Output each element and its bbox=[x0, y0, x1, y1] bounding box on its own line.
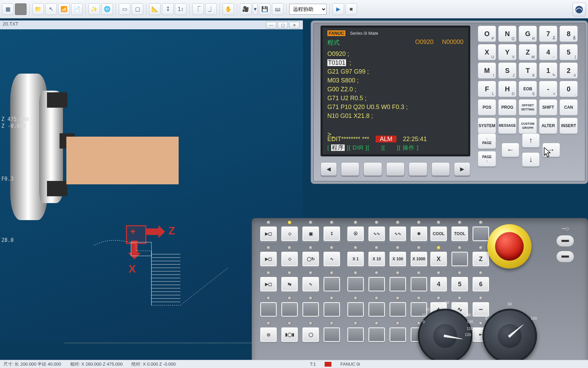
softkey-1[interactable] bbox=[341, 162, 359, 176]
page-down-button[interactable]: PAGE↓ bbox=[478, 151, 496, 167]
num-5-button[interactable]: 5 bbox=[451, 277, 468, 292]
key-Z[interactable]: ZW bbox=[519, 44, 537, 60]
feed-override-dial[interactable] bbox=[418, 309, 472, 363]
key-F[interactable]: FL bbox=[478, 81, 496, 97]
key-INSERT[interactable]: INSERT bbox=[559, 118, 578, 134]
key-SYSTEM[interactable]: SYSTEM bbox=[478, 118, 496, 134]
cursor-up-button[interactable]: ↑ bbox=[522, 133, 540, 148]
softkey-3[interactable] bbox=[386, 162, 405, 176]
axis-blank[interactable] bbox=[451, 251, 468, 266]
tool-fill-icon[interactable] bbox=[15, 3, 27, 15]
softkey-5[interactable] bbox=[431, 162, 450, 176]
feed-spare-j[interactable] bbox=[368, 327, 385, 342]
tool-hand-icon[interactable]: ✋ bbox=[223, 3, 234, 15]
num-6-button[interactable]: 6 bbox=[472, 277, 489, 292]
tool-tap-icon[interactable]: ↧ bbox=[162, 3, 174, 15]
key-S[interactable]: SJ bbox=[498, 62, 517, 79]
mode-spare-a[interactable] bbox=[260, 302, 277, 317]
key-Y[interactable]: YV bbox=[498, 44, 517, 60]
tool-save2-icon[interactable]: 🖴 bbox=[272, 3, 283, 15]
play-button[interactable]: ▶ bbox=[332, 3, 344, 15]
mode-spare-b[interactable] bbox=[281, 302, 298, 317]
key-0[interactable]: 0. bbox=[559, 81, 578, 97]
tool-button[interactable]: TOOL bbox=[451, 226, 468, 241]
mode-spare-c[interactable] bbox=[302, 302, 319, 317]
softkey-2[interactable] bbox=[363, 162, 382, 176]
key-G[interactable]: GR bbox=[519, 26, 537, 42]
axis-x-button[interactable]: X bbox=[430, 251, 447, 266]
tool-star-icon[interactable]: ✨ bbox=[88, 3, 100, 15]
mode-mdi-button[interactable]: ▣ bbox=[302, 226, 319, 241]
window-maximize-button[interactable]: ▢ bbox=[278, 22, 288, 29]
key-2[interactable]: 2# bbox=[559, 62, 578, 79]
key-7[interactable]: 7A̅ bbox=[539, 26, 557, 42]
feed-x10-button[interactable]: X 10 bbox=[368, 251, 385, 266]
mode-ref-button[interactable]: ▶▢ bbox=[260, 251, 277, 266]
cycle-start-button[interactable]: ◎ bbox=[260, 327, 277, 342]
mode-handle-button[interactable]: ◇ bbox=[281, 251, 298, 266]
spindle-wave2-button[interactable]: ∿∿ bbox=[389, 226, 406, 241]
key-8[interactable]: 8B̊ bbox=[559, 26, 578, 42]
app-logo-icon[interactable] bbox=[572, 3, 586, 16]
num-4-button[interactable]: 4 bbox=[430, 277, 447, 292]
key-X[interactable]: XU bbox=[478, 44, 496, 60]
feed-spare-i[interactable] bbox=[347, 327, 364, 342]
key-T[interactable]: TK bbox=[519, 62, 537, 79]
mode-inc-button[interactable]: ◯↻ bbox=[302, 251, 319, 266]
feed-spare-e[interactable] bbox=[347, 302, 364, 317]
tool-cam-icon[interactable]: 🎥 bbox=[240, 3, 251, 15]
page-up-button[interactable]: ↑PAGE bbox=[478, 133, 496, 149]
coolant-button[interactable]: COOL bbox=[430, 226, 447, 241]
tool-box1-icon[interactable]: ▭ bbox=[119, 3, 130, 15]
key-N[interactable]: NQ bbox=[498, 26, 517, 42]
key-OFFSET[interactable]: OFFSET SETTING bbox=[519, 99, 537, 116]
feed-spare-g[interactable] bbox=[389, 302, 406, 317]
tool-cut2-icon[interactable]: ⏌ bbox=[205, 3, 217, 15]
key-M[interactable]: MI bbox=[478, 62, 496, 79]
key-minus[interactable]: -+ bbox=[539, 81, 557, 97]
tool-ruler-icon[interactable]: 📐 bbox=[149, 3, 161, 15]
tool-doc-icon[interactable]: 📄 bbox=[71, 3, 83, 15]
mode-aux3-button[interactable]: ∿ bbox=[302, 277, 319, 292]
tool-cut1-icon[interactable]: ⎾ bbox=[192, 3, 204, 15]
mode-teach-button[interactable]: ∿ bbox=[323, 251, 340, 266]
feed-x100-button[interactable]: X 100 bbox=[389, 251, 406, 266]
aux-blank-1[interactable] bbox=[472, 226, 489, 241]
tool-globe-icon[interactable]: 🌐 bbox=[101, 3, 113, 15]
key-EOB[interactable]: EOBE bbox=[519, 81, 537, 97]
feed-spare-a[interactable] bbox=[347, 277, 364, 292]
mode-aux1-button[interactable]: ▶▢ bbox=[260, 277, 277, 292]
softkey-next-button[interactable]: ► bbox=[454, 162, 470, 176]
key-H[interactable]: HD bbox=[498, 81, 517, 97]
feed-x1-button[interactable]: X 1 bbox=[347, 251, 364, 266]
estop-button-icon[interactable] bbox=[495, 232, 524, 261]
key-SHIFT[interactable]: SHIFT bbox=[539, 99, 557, 116]
tool-cam-dd-icon[interactable]: ▾ bbox=[253, 3, 258, 15]
tool-wifi-icon[interactable]: 📶 bbox=[58, 3, 70, 15]
tool-pointer-icon[interactable]: ↖ bbox=[45, 3, 57, 15]
key-CAN[interactable]: CAN bbox=[559, 99, 578, 116]
mode-jog-button[interactable]: ↧ bbox=[323, 226, 340, 241]
feed-spare-c[interactable] bbox=[389, 277, 406, 292]
feed-hold-button[interactable]: ▮◯▮ bbox=[281, 327, 298, 342]
window-close-button[interactable]: ✕ bbox=[289, 22, 299, 29]
key-switch-1[interactable] bbox=[556, 235, 574, 247]
window-minimize-button[interactable]: — bbox=[266, 22, 276, 29]
feed-spare-f[interactable] bbox=[368, 302, 385, 317]
feed-spare-k[interactable] bbox=[389, 327, 406, 342]
tool-box2-icon[interactable]: ▢ bbox=[132, 3, 143, 15]
emergency-stop[interactable] bbox=[487, 224, 532, 269]
mode-spare-d[interactable] bbox=[323, 302, 340, 317]
key-POS[interactable]: POS bbox=[478, 99, 496, 116]
mode-spare1-button[interactable] bbox=[323, 277, 340, 292]
softkey-4[interactable] bbox=[409, 162, 427, 176]
feed-spare-d[interactable] bbox=[410, 277, 427, 292]
spindle-override-dial[interactable] bbox=[483, 309, 537, 363]
key-switch-2[interactable] bbox=[556, 251, 574, 262]
stop-button[interactable]: ■ bbox=[345, 3, 357, 15]
feed-spare-b[interactable] bbox=[368, 277, 385, 292]
key-GRAPH[interactable]: CUSTOM GRAPH bbox=[519, 118, 537, 134]
cycle-spare-button[interactable] bbox=[323, 327, 340, 342]
cursor-down-button[interactable]: ↓ bbox=[522, 152, 540, 167]
key-MESSAGE[interactable]: MESSAGE bbox=[498, 118, 517, 134]
